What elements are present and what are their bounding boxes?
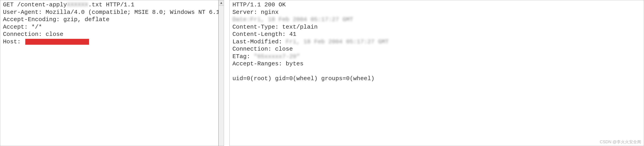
host-redaction <box>25 39 89 45</box>
response-body: uid=0(root) gid=0(wheel) groups=0(wheel) <box>232 75 641 82</box>
response-status: HTTP/1.1 200 OK <box>232 1 641 9</box>
response-connection-header: Connection: close <box>232 45 641 53</box>
host-header: Host: <box>3 38 216 46</box>
request-path-redacted: XXXXXX <box>67 1 88 9</box>
etag-label: ETag: <box>232 53 254 60</box>
server-header: Server: nginx <box>232 9 641 16</box>
connection-header: Connection: close <box>3 31 216 38</box>
accept-header: Accept: */* <box>3 23 216 31</box>
content-type-header: Content-Type: text/plain <box>232 23 641 31</box>
etag-value-blur: "65xxxxx7-29" <box>254 53 300 60</box>
request-method-path: GET /content-apply <box>3 1 67 8</box>
request-proto: .txt HTTP/1.1 <box>88 1 134 8</box>
content-length-header: Content-Length: 41 <box>232 31 641 38</box>
request-panel: GET /content-applyXXXXXX.txt HTTP/1.1 Us… <box>0 0 218 146</box>
request-line: GET /content-applyXXXXXX.txt HTTP/1.1 <box>3 1 216 9</box>
empty-line <box>232 68 641 75</box>
etag-header: ETag: "65xxxxx7-29" <box>232 53 641 60</box>
scrollbar-left[interactable]: ▲ <box>218 0 224 146</box>
host-label: Host: <box>3 38 24 45</box>
last-modified-value-blur: Fri, 18 Feb 2004 05:17:27 GMT <box>286 38 388 46</box>
accept-encoding-header: Accept-Encoding: gzip, deflate <box>3 16 216 23</box>
watermark: CSDN @李火火安全阁 <box>600 139 641 145</box>
date-header: Date: Fri, 18 Feb 2004 05:17:27 GMT <box>232 16 641 23</box>
last-modified-header: Last-Modified: Fri, 18 Feb 2004 05:17:27… <box>232 38 641 46</box>
date-label-blur: Date: <box>232 16 250 23</box>
accept-ranges-header: Accept-Ranges: bytes <box>232 60 641 68</box>
user-agent-header: User-Agent: Mozilla/4.0 (compatible; MSI… <box>3 9 216 16</box>
date-value-blur: Fri, 18 Feb 2004 05:17:27 GMT <box>250 16 353 23</box>
response-panel: HTTP/1.1 200 OK Server: nginx Date: Fri,… <box>230 0 644 146</box>
last-modified-label: Last-Modified: <box>232 38 286 45</box>
scroll-up-icon[interactable]: ▲ <box>219 0 224 6</box>
